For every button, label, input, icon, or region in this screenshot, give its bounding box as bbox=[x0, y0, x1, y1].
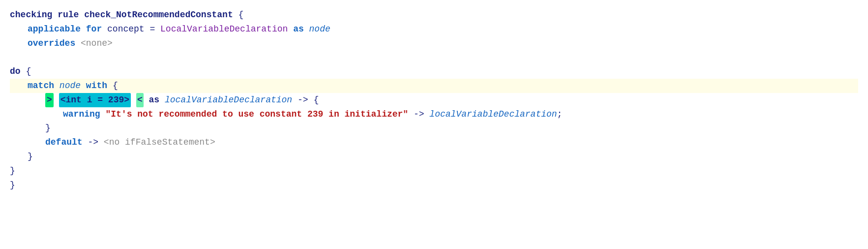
var-localvardecl: localVariableDeclaration bbox=[165, 93, 292, 107]
code-line-6: match node with { bbox=[10, 79, 858, 93]
space-with bbox=[81, 79, 86, 93]
space2 bbox=[304, 22, 309, 36]
kw-warning: warning bbox=[63, 107, 100, 122]
warning-string: "It's not recommended to use constant 23… bbox=[105, 107, 408, 122]
kw-default: default bbox=[45, 135, 83, 150]
brace-close-inner: } bbox=[45, 121, 51, 135]
kw-applicable: applicable for bbox=[28, 22, 102, 36]
badge-int-pattern: <int i = 239> bbox=[59, 93, 131, 107]
brace-close-match: } bbox=[28, 150, 33, 164]
code-line-4 bbox=[10, 50, 858, 64]
kw-do: do bbox=[10, 64, 21, 79]
var-localvardecl2: localVariableDeclaration bbox=[429, 107, 557, 122]
brace-open: { bbox=[233, 8, 244, 22]
code-line-1: checking rule check_NotRecommendedConsta… bbox=[10, 8, 858, 22]
kw-overrides: overrides bbox=[28, 36, 75, 51]
badge-lt: < bbox=[136, 93, 144, 107]
code-line-3: overrides <none> bbox=[10, 36, 858, 51]
badge-arrow-right: > bbox=[45, 93, 54, 107]
none-placeholder: <none> bbox=[75, 36, 113, 51]
space-match bbox=[54, 79, 60, 93]
kw-as: as bbox=[293, 22, 304, 36]
code-line-12: } bbox=[10, 164, 858, 178]
code-line-9: } bbox=[10, 121, 858, 135]
space bbox=[288, 22, 293, 36]
kw-with: with bbox=[86, 79, 107, 93]
kw-as2: as bbox=[149, 93, 160, 107]
type-localvardecl: LocalVariableDeclaration bbox=[160, 22, 288, 36]
brace-match: { bbox=[107, 79, 118, 93]
arrow-warning: -> bbox=[408, 107, 429, 122]
kw-match: match bbox=[28, 79, 54, 93]
code-line-2: applicable for concept = LocalVariableDe… bbox=[10, 22, 858, 36]
brace-close-rule: } bbox=[10, 178, 15, 192]
brace-close-do: } bbox=[10, 164, 15, 178]
rule-name: check_NotRecommendedConstant bbox=[84, 8, 233, 22]
brace-do: { bbox=[21, 64, 31, 79]
code-line-11: } bbox=[10, 150, 858, 164]
code-line-7: > <int i = 239> < as localVariableDeclar… bbox=[10, 93, 858, 107]
arrow-brace: -> { bbox=[292, 93, 319, 107]
arrow-default: -> bbox=[83, 135, 104, 150]
code-line-5: do { bbox=[10, 64, 858, 79]
code-editor: checking rule check_NotRecommendedConsta… bbox=[0, 0, 868, 249]
space-badge2 bbox=[131, 93, 136, 107]
semicolon: ; bbox=[557, 107, 563, 122]
no-placeholder: <no ifFalseStatement> bbox=[104, 135, 215, 150]
space-warning bbox=[100, 107, 106, 122]
var-node: node bbox=[309, 22, 330, 36]
keyword-checking: checking rule bbox=[10, 8, 84, 22]
space-as bbox=[144, 93, 149, 107]
code-line-13: } bbox=[10, 178, 858, 192]
text-concept: concept = bbox=[102, 22, 160, 36]
code-line-10: default -> <no ifFalseStatement> bbox=[10, 135, 858, 150]
space-localvar bbox=[159, 93, 165, 107]
space-badge bbox=[54, 93, 59, 107]
var-node-match: node bbox=[60, 79, 81, 93]
code-line-8: warning "It's not recommended to use con… bbox=[10, 107, 858, 122]
